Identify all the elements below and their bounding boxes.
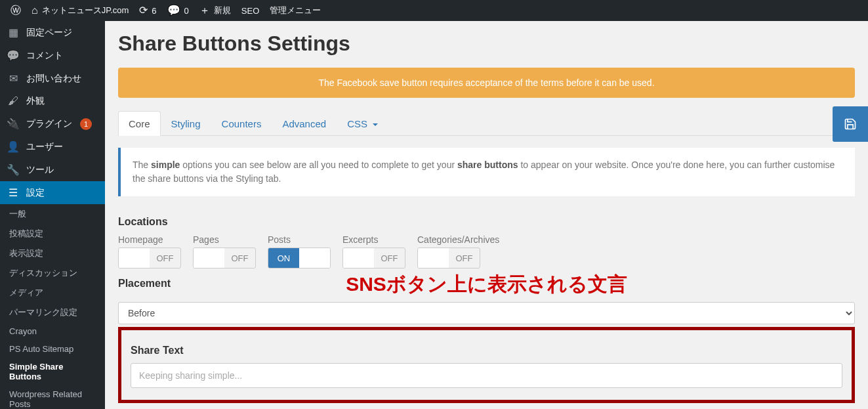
sidebar-item-7[interactable]: ☰設定 bbox=[0, 181, 105, 204]
admin-bar: ⓦ ⌂ ネットニュースJP.com ⟳ 6 💬 0 ＋ 新規 SEO 管理メニュ… bbox=[0, 0, 868, 21]
placement-heading: Placement bbox=[118, 278, 855, 290]
admin-sidebar: ▦固定ページ💬コメント✉お問い合わせ🖌外観🔌プラグイン1👤ユーザー🔧ツール☰設定… bbox=[0, 21, 105, 409]
location-toggle-homepage[interactable]: OFF bbox=[118, 248, 181, 269]
sidebar-sub-9[interactable]: Wordpress Related Posts bbox=[0, 385, 105, 409]
tab-css[interactable]: CSS bbox=[337, 111, 388, 136]
sidebar-sub-3[interactable]: ディスカッション bbox=[0, 263, 105, 283]
sidebar-sub-2[interactable]: 表示設定 bbox=[0, 244, 105, 263]
updates-link[interactable]: ⟳ 6 bbox=[134, 0, 161, 21]
locations-heading: Locations bbox=[118, 216, 855, 228]
tab-advanced[interactable]: Advanced bbox=[272, 111, 337, 136]
grid-icon: ▦ bbox=[7, 26, 20, 39]
caret-icon bbox=[373, 123, 378, 126]
user-icon: 👤 bbox=[7, 140, 20, 153]
comment-icon: 💬 bbox=[7, 49, 20, 62]
sidebar-sub-5[interactable]: パーマリンク設定 bbox=[0, 303, 105, 322]
sidebar-sub-7[interactable]: PS Auto Sitemap bbox=[0, 340, 105, 358]
sidebar-item-2[interactable]: ✉お問い合わせ bbox=[0, 67, 105, 90]
content-area: Share Buttons Settings The Facebook save… bbox=[105, 21, 868, 409]
sidebar-item-label: 設定 bbox=[26, 187, 45, 199]
info-panel: The simple options you can see below are… bbox=[118, 148, 855, 196]
placement-select[interactable]: Before bbox=[118, 302, 855, 324]
toggle-handle bbox=[299, 248, 330, 268]
toggle-on: ON bbox=[268, 248, 299, 268]
sidebar-item-label: 外観 bbox=[26, 95, 45, 107]
admin-menu-link[interactable]: 管理メニュー bbox=[264, 0, 326, 21]
sidebar-item-5[interactable]: 👤ユーザー bbox=[0, 135, 105, 158]
share-text-heading: Share Text bbox=[131, 345, 842, 356]
location-col-0: Homepage OFF bbox=[118, 234, 181, 269]
sidebar-sub-4[interactable]: メディア bbox=[0, 283, 105, 303]
sidebar-item-1[interactable]: 💬コメント bbox=[0, 44, 105, 67]
toggle-off: OFF bbox=[374, 248, 405, 268]
locations-row: Homepage OFF Pages OFF Posts ON Excerpts… bbox=[118, 234, 855, 269]
comments-link[interactable]: 💬 0 bbox=[162, 0, 194, 21]
wrench-icon: 🔧 bbox=[7, 163, 20, 176]
wp-logo[interactable]: ⓦ bbox=[5, 0, 26, 21]
comments-count: 0 bbox=[184, 6, 189, 16]
toggle-handle bbox=[418, 248, 449, 268]
settings-tabs: CoreStylingCountersAdvancedCSS bbox=[118, 111, 855, 136]
sidebar-item-4[interactable]: 🔌プラグイン1 bbox=[0, 112, 105, 135]
toggle-handle bbox=[119, 248, 150, 268]
plug-icon: 🔌 bbox=[7, 118, 20, 130]
sliders-icon: ☰ bbox=[7, 186, 20, 199]
new-label: 新規 bbox=[214, 5, 231, 16]
sidebar-item-label: 固定ページ bbox=[26, 27, 72, 39]
location-col-1: Pages OFF bbox=[193, 234, 256, 269]
location-label: Excerpts bbox=[342, 234, 405, 245]
location-label: Posts bbox=[268, 234, 331, 245]
share-text-input[interactable] bbox=[131, 363, 842, 388]
toggle-off: OFF bbox=[224, 248, 255, 268]
toggle-off: OFF bbox=[150, 248, 180, 268]
location-toggle-categories/archives[interactable]: OFF bbox=[417, 248, 480, 269]
location-col-3: Excerpts OFF bbox=[342, 234, 405, 269]
sidebar-item-0[interactable]: ▦固定ページ bbox=[0, 21, 105, 44]
brush-icon: 🖌 bbox=[7, 95, 20, 107]
tab-counters[interactable]: Counters bbox=[211, 111, 272, 136]
toggle-off: OFF bbox=[449, 248, 480, 268]
location-label: Categories/Archives bbox=[417, 234, 499, 245]
home-icon: ⌂ bbox=[31, 5, 38, 16]
updates-count: 6 bbox=[152, 6, 156, 16]
site-name-link[interactable]: ⌂ ネットニュースJP.com bbox=[26, 0, 134, 21]
location-toggle-excerpts[interactable]: OFF bbox=[342, 248, 405, 269]
mail-icon: ✉ bbox=[7, 72, 20, 85]
comment-icon: 💬 bbox=[167, 5, 180, 16]
sidebar-item-label: プラグイン bbox=[26, 118, 72, 130]
location-toggle-pages[interactable]: OFF bbox=[193, 248, 256, 269]
sidebar-item-label: コメント bbox=[26, 50, 63, 62]
facebook-notice: The Facebook save button requires accept… bbox=[118, 68, 855, 98]
sidebar-item-6[interactable]: 🔧ツール bbox=[0, 158, 105, 181]
tab-core[interactable]: Core bbox=[118, 111, 161, 136]
sidebar-sub-8[interactable]: Simple Share Buttons bbox=[0, 358, 105, 385]
sidebar-item-label: お問い合わせ bbox=[26, 73, 81, 85]
sidebar-sub-1[interactable]: 投稿設定 bbox=[0, 224, 105, 244]
sidebar-item-label: ユーザー bbox=[26, 141, 63, 153]
toggle-handle bbox=[194, 248, 224, 268]
refresh-icon: ⟳ bbox=[139, 5, 148, 16]
save-button[interactable] bbox=[833, 106, 868, 142]
sidebar-sub-6[interactable]: Crayon bbox=[0, 322, 105, 340]
toggle-handle bbox=[343, 248, 374, 268]
tab-styling[interactable]: Styling bbox=[161, 111, 211, 136]
site-name: ネットニュースJP.com bbox=[42, 5, 129, 16]
location-toggle-posts[interactable]: ON bbox=[268, 248, 331, 269]
share-text-box: Share Text bbox=[118, 327, 855, 403]
location-label: Pages bbox=[193, 234, 256, 245]
location-col-2: Posts ON bbox=[268, 234, 331, 269]
new-content-link[interactable]: ＋ 新規 bbox=[194, 0, 236, 21]
sidebar-sub-0[interactable]: 一般 bbox=[0, 204, 105, 224]
location-col-4: Categories/Archives OFF bbox=[417, 234, 499, 269]
page-title: Share Buttons Settings bbox=[118, 32, 855, 56]
save-icon bbox=[844, 118, 857, 131]
sidebar-item-3[interactable]: 🖌外観 bbox=[0, 90, 105, 112]
location-label: Homepage bbox=[118, 234, 181, 245]
plus-icon: ＋ bbox=[199, 5, 210, 16]
sidebar-item-label: ツール bbox=[26, 164, 54, 176]
seo-link[interactable]: SEO bbox=[236, 0, 264, 21]
badge: 1 bbox=[80, 118, 92, 130]
